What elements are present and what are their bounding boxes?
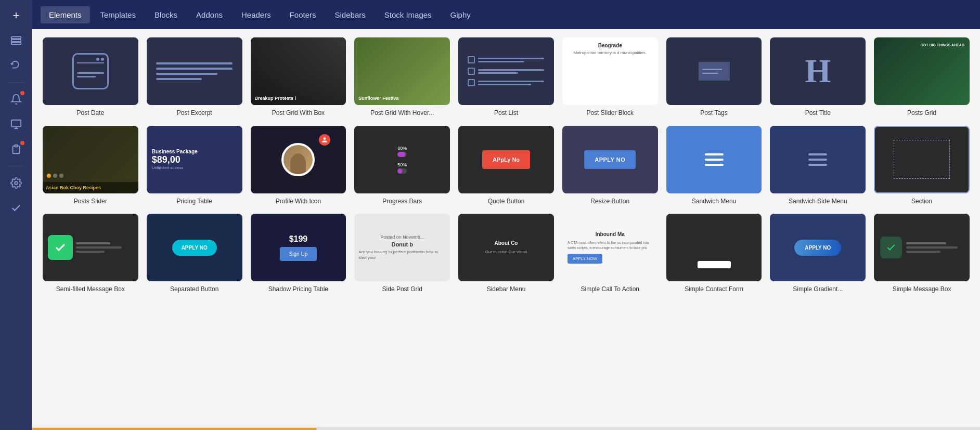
bottom-bar-fill	[32, 428, 317, 430]
element-card-pricing-table[interactable]: Business Package $89,00 Unlimited access…	[147, 126, 242, 206]
element-label: Post Excerpt	[177, 109, 212, 118]
element-card-simple-contact[interactable]: Simple Contact Form	[666, 214, 762, 294]
nav-sidebars[interactable]: Sidebars	[327, 6, 374, 23]
pricing-199: $199	[289, 234, 308, 244]
plus-icon[interactable]: +	[6, 5, 27, 26]
left-sidebar: +	[0, 0, 32, 430]
donut-title: Donut b	[391, 241, 413, 247]
apply-now-cyan: APPLY NO	[172, 240, 217, 256]
element-label: Post Grid With Box	[272, 109, 325, 118]
element-card-simple-msg[interactable]: Simple Message Box	[874, 214, 970, 294]
element-label: Separated Button	[170, 285, 218, 294]
element-card-shadow-pricing[interactable]: $199 Sign Up Shadow Pricing Table	[251, 214, 346, 294]
svg-rect-2	[11, 43, 21, 45]
element-label: Posts Grid	[907, 109, 936, 118]
pricing-sub: Unlimited access	[152, 165, 183, 170]
nav-elements[interactable]: Elements	[41, 6, 90, 23]
notification-badge	[20, 91, 24, 95]
element-label: Simple Gradient...	[793, 285, 843, 294]
nav-blocks[interactable]: Blocks	[146, 6, 186, 23]
got-text: GOT BIG THINGS AHEAD	[920, 43, 964, 48]
monitor-icon[interactable]	[6, 114, 27, 135]
element-label: Pricing Table	[176, 198, 212, 206]
element-card-post-grid-box[interactable]: Breakup Protests i Post Grid With Box	[251, 37, 346, 118]
element-card-post-grid-hover[interactable]: Sunflower Festiva Post Grid With Hover..…	[354, 37, 450, 118]
element-label: Post List	[494, 109, 518, 118]
element-card-post-list[interactable]: Post List	[458, 37, 554, 118]
nav-headers[interactable]: Headers	[233, 6, 279, 23]
progress-50-label: 50%	[397, 162, 407, 167]
element-label: Post Slider Block	[586, 109, 634, 118]
notification-icon[interactable]	[6, 89, 27, 110]
element-label: Simple Message Box	[893, 285, 951, 294]
element-card-sandwich-side[interactable]: Sandwich Side Menu	[770, 126, 866, 206]
sidebar-divider-2	[8, 166, 24, 166]
svg-marker-8	[699, 62, 730, 81]
element-label: Side Post Grid	[382, 285, 422, 294]
layers-icon[interactable]	[6, 30, 27, 51]
element-label: Resize Button	[590, 198, 629, 206]
element-card-post-slider-block[interactable]: Beograde Metropolitan territory is d mun…	[562, 37, 658, 118]
settings-icon[interactable]	[6, 173, 27, 193]
element-card-separated-button[interactable]: APPLY NO Separated Button	[147, 214, 242, 294]
top-nav: Elements Templates Blocks Addons Headers…	[32, 0, 980, 29]
element-label: Shadow Pricing Table	[268, 285, 328, 294]
element-label: Post Grid With Hover...	[370, 109, 434, 118]
element-label: Quote Button	[488, 198, 525, 206]
beograde-sub: Metropolitan territory is d municipaliti…	[574, 50, 647, 55]
element-label: Post Tags	[700, 109, 727, 118]
element-label: Section	[911, 198, 932, 206]
orders-icon[interactable]	[6, 139, 27, 160]
element-card-quote-button[interactable]: APpLy No Quote Button	[458, 126, 554, 206]
about-title: About Co	[494, 240, 518, 246]
undo-icon[interactable]	[6, 55, 27, 76]
svg-rect-1	[11, 40, 21, 42]
element-card-progress-bars[interactable]: 80% 50% Progress Bars	[354, 126, 450, 206]
svg-rect-3	[11, 120, 21, 127]
check-icon[interactable]	[6, 198, 27, 218]
nav-giphy[interactable]: Giphy	[442, 6, 479, 23]
inbound-sub: A CTA most often refers to the us incorp…	[568, 240, 653, 251]
apply-now-blue: APPLY NO	[584, 150, 636, 169]
element-card-post-date[interactable]: Post Date	[43, 37, 138, 118]
progress-80-label: 80%	[397, 146, 407, 151]
nav-addons[interactable]: Addons	[188, 6, 231, 23]
element-card-post-excerpt[interactable]: Post Excerpt	[147, 37, 242, 118]
element-card-sandwich-menu[interactable]: Sandwich Menu	[666, 126, 762, 206]
element-card-post-title[interactable]: H Post Title	[770, 37, 866, 118]
element-card-post-tags[interactable]: Post Tags	[666, 37, 762, 118]
element-card-simple-cta[interactable]: Inbound Ma A CTA most often refers to th…	[562, 214, 658, 294]
element-label: Semi-filled Message Box	[56, 285, 125, 294]
element-label: Simple Contact Form	[685, 285, 743, 294]
pricing-pkg-text: Business Package	[152, 149, 198, 154]
nav-stock[interactable]: Stock Images	[376, 6, 440, 23]
element-card-profile-icon[interactable]: Profile With Icon	[251, 126, 346, 206]
element-card-posts-grid[interactable]: GOT BIG THINGS AHEAD Posts Grid	[874, 37, 970, 118]
element-card-section[interactable]: Section	[874, 126, 970, 206]
main-content: Elements Templates Blocks Addons Headers…	[32, 0, 980, 430]
signup-btn: Sign Up	[280, 247, 317, 261]
element-label: Posts Slider	[74, 198, 107, 206]
element-card-side-post-grid[interactable]: Posted on Novemb... Donut b Are you look…	[354, 214, 450, 294]
nav-footers[interactable]: Footers	[281, 6, 325, 23]
donut-sub: Are you looking to perfect podcastin how…	[358, 249, 446, 260]
element-label: Simple Call To Action	[581, 285, 640, 294]
element-card-sidebar-menu[interactable]: About Co Our mission Our vision Sidebar …	[458, 214, 554, 294]
bottom-bar	[32, 427, 980, 430]
elements-grid: Post Date Post Excerpt	[43, 37, 970, 294]
element-card-resize-button[interactable]: APPLY NO Resize Button	[562, 126, 658, 206]
breakup-text: Breakup Protests i	[255, 96, 342, 101]
grid-area: Post Date Post Excerpt	[32, 29, 980, 427]
beograde-text: Beograde	[598, 43, 622, 48]
element-card-posts-slider[interactable]: Asian Bok Choy Recipes Posts Slider	[43, 126, 138, 206]
element-card-simple-gradient[interactable]: APPLY NO Simple Gradient...	[770, 214, 866, 294]
svg-rect-0	[11, 37, 21, 39]
nav-templates[interactable]: Templates	[92, 6, 144, 23]
element-label: Post Title	[805, 109, 831, 118]
element-card-semi-filled[interactable]: Semi-filled Message Box	[43, 214, 138, 294]
orders-badge	[20, 141, 24, 145]
apply-now-red: APpLy No	[482, 150, 530, 169]
sunflower-text: Sunflower Festiva	[358, 96, 446, 101]
pricing-price: $89,00	[152, 154, 180, 165]
svg-rect-6	[15, 145, 18, 147]
